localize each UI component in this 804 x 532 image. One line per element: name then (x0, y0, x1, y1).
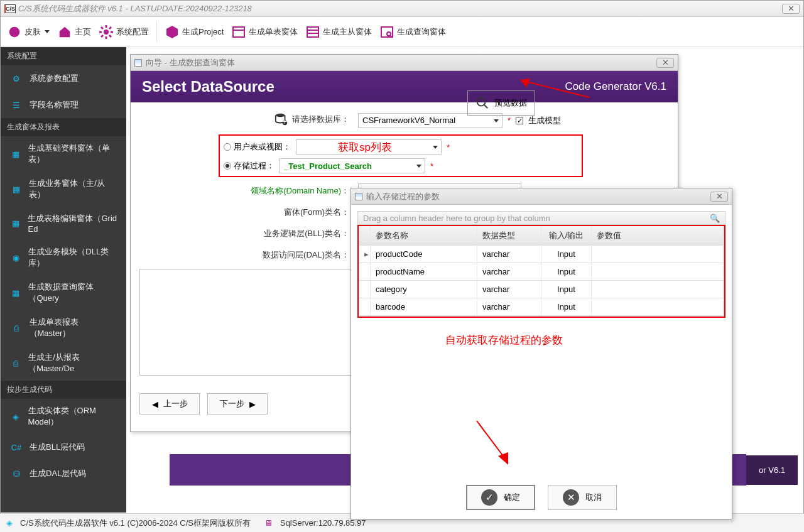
grid-icon: ▦ (9, 217, 21, 231)
sysconfig-label: 系统配置 (116, 26, 149, 38)
form-icon: ▦ (9, 182, 23, 196)
sidebar-item-fieldname[interactable]: ☰字段名称管理 (1, 92, 126, 118)
svg-point-10 (276, 114, 285, 117)
sidebar-group-stepgen: 按步生成代码 (1, 381, 126, 399)
prev-button[interactable]: ◀上一步 (139, 393, 200, 415)
svg-text:+: + (283, 117, 287, 126)
window-icon (231, 24, 246, 40)
cube-icon: ◈ (9, 410, 22, 423)
close-icon: ✕ (563, 489, 579, 506)
sidebar-group-genforms: 生成窗体及报表 (1, 118, 126, 136)
gen-master-button[interactable]: 生成主从窗体 (305, 24, 372, 40)
table-select[interactable]: 获取sp列表 (296, 139, 442, 155)
table-row[interactable]: barcodevarcharInput (359, 298, 724, 316)
gen-project-button[interactable]: 生成Project (165, 24, 224, 40)
wizard-title: 向导 - 生成数据查询窗体 (146, 57, 235, 68)
gen-model-checkbox[interactable] (516, 117, 523, 124)
domain-label: 领域名称(Domain Name)： (139, 185, 353, 197)
app-logo-icon: C/S (4, 4, 16, 13)
db-label: +请选择数据库： (139, 112, 353, 128)
bll-label: 业务逻辑层(BLL)类名： (139, 228, 353, 239)
svg-point-13 (477, 98, 486, 106)
svg-line-15 (526, 82, 589, 97)
gen-query-button[interactable]: 生成查询窗体 (379, 24, 446, 40)
sidebar-item-dll-module[interactable]: ◉生成业务模块（DLL类库） (1, 240, 126, 275)
window-stack-icon (305, 24, 320, 40)
col-io[interactable]: 输入/输出 (541, 226, 592, 245)
arrow-annotation (520, 79, 595, 101)
sidebar-item-orm[interactable]: ◈生成实体类（ORM Model） (1, 399, 126, 434)
dal-label: 数据访问层(DAL)类名： (139, 249, 353, 261)
svg-line-17 (477, 421, 505, 459)
parameter-dialog: 输入存储过程的参数 ✕ Drag a column header here to… (350, 188, 732, 519)
svg-rect-4 (307, 27, 318, 37)
svg-marker-16 (520, 79, 530, 87)
svg-point-0 (9, 26, 20, 37)
svg-marker-18 (498, 452, 508, 465)
window-close-button[interactable]: ✕ (782, 4, 800, 14)
sidebar-item-master-report[interactable]: ⎙生成主/从报表（Master/De (1, 345, 126, 381)
ok-button[interactable]: ✓确定 (466, 485, 535, 510)
triangle-left-icon: ◀ (152, 399, 158, 409)
gear-icon: ⚙ (9, 72, 23, 85)
sidebar-item-biz-form[interactable]: ▦生成业务窗体（主/从表） (1, 171, 126, 207)
status-db: SqlServer:120.79.85.97 (280, 518, 366, 528)
skin-button[interactable]: 皮肤 (7, 24, 50, 40)
triangle-right-icon: ▶ (249, 399, 256, 409)
wizard-close-button[interactable]: ✕ (656, 58, 674, 68)
gen-project-label: 生成Project (182, 26, 224, 38)
next-button[interactable]: 下一步▶ (207, 393, 268, 415)
col-name[interactable]: 参数名称 (371, 226, 477, 245)
svg-point-8 (387, 32, 391, 36)
required-marker: * (508, 116, 511, 125)
svg-line-14 (484, 105, 488, 109)
gen-master-label: 生成主从窗体 (323, 26, 372, 38)
footer-version: or V6.1 (746, 455, 798, 485)
gear-icon (99, 24, 114, 40)
param-annotation: 自动获取存储过程的参数 (445, 333, 563, 347)
sidebar: 系统配置 ⚙系统参数配置 ☰字段名称管理 生成窗体及报表 ▦生成基础资料窗体（单… (1, 47, 126, 513)
sidebar-item-basic-form[interactable]: ▦生成基础资料窗体（单表） (1, 136, 126, 171)
skin-icon (7, 24, 22, 40)
check-icon: ✓ (481, 489, 497, 506)
print-icon: ⎙ (9, 321, 23, 335)
home-button[interactable]: 主页 (57, 24, 91, 40)
radio-sp[interactable]: 存储过程： (224, 160, 274, 171)
gen-single-button[interactable]: 生成单表窗体 (231, 24, 298, 40)
gen-model-label: 生成模型 (528, 115, 561, 126)
home-label: 主页 (75, 26, 91, 38)
sidebar-item-grid-form[interactable]: ▦生成表格编辑窗体（Grid Ed (1, 207, 126, 240)
table-row[interactable]: categoryvarcharInput (359, 281, 724, 298)
code-icon: C# (9, 440, 23, 454)
database-icon: ⛁ (9, 467, 23, 480)
table-row[interactable]: productNamevarcharInput (359, 263, 724, 281)
print-icon: ⎙ (9, 356, 22, 370)
gen-single-label: 生成单表窗体 (249, 26, 298, 38)
search-icon[interactable]: 🔍 (710, 214, 720, 223)
sidebar-item-dal[interactable]: ⛁生成DAL层代码 (1, 460, 126, 487)
app-title: C/S系统代码生成器软件 v6.1 - LASTUPDATE:20240922-… (18, 3, 252, 14)
table-row[interactable]: ▸productCodevarcharInput (359, 246, 724, 263)
param-dialog-title: 输入存储过程的参数 (366, 191, 440, 202)
cube-icon (165, 24, 180, 40)
cube-icon: ◉ (9, 251, 22, 264)
sysconfig-button[interactable]: 系统配置 (99, 24, 149, 40)
database-icon: 🖥 (264, 518, 273, 528)
col-value[interactable]: 参数值 (592, 226, 724, 245)
chevron-down-icon (45, 30, 50, 33)
cancel-button[interactable]: ✕取消 (548, 485, 617, 510)
sidebar-item-bll[interactable]: C#生成BLL层代码 (1, 434, 126, 460)
grid-group-hint[interactable]: Drag a column header here to group by th… (357, 211, 725, 225)
sp-select[interactable]: _Test_Product_Search (280, 158, 425, 173)
arrow-annotation (470, 415, 521, 471)
radio-table[interactable]: 用户表或视图： (224, 141, 291, 153)
gen-query-label: 生成查询窗体 (397, 26, 446, 38)
dialog-icon (134, 59, 142, 67)
sidebar-item-query-form[interactable]: ▦生成数据查询窗体（Query (1, 275, 126, 310)
skin-label: 皮肤 (24, 26, 41, 38)
col-type[interactable]: 数据类型 (477, 226, 541, 245)
svg-point-1 (104, 30, 109, 35)
sidebar-item-single-report[interactable]: ⎙生成单表报表（Master） (1, 310, 126, 345)
param-close-button[interactable]: ✕ (710, 192, 728, 202)
sidebar-item-sysparam[interactable]: ⚙系统参数配置 (1, 65, 126, 92)
